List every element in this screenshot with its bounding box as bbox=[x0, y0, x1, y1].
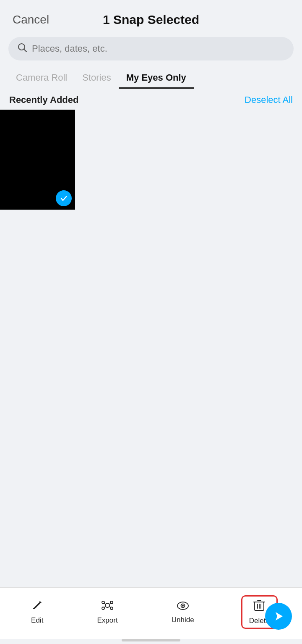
edit-icon bbox=[31, 599, 43, 614]
page-title: 1 Snap Selected bbox=[103, 13, 199, 27]
delete-icon bbox=[253, 599, 265, 615]
svg-marker-19 bbox=[276, 612, 283, 620]
export-button[interactable]: Export bbox=[90, 597, 124, 627]
search-icon bbox=[18, 43, 27, 55]
cancel-button[interactable]: Cancel bbox=[13, 13, 49, 26]
unhide-button[interactable]: Unhide bbox=[165, 598, 201, 627]
bottom-toolbar: Edit Export Unhide bbox=[0, 587, 302, 639]
svg-point-5 bbox=[102, 607, 104, 610]
section-header: Recently Added Deselect All bbox=[0, 89, 302, 110]
thumbnail-item[interactable] bbox=[0, 110, 75, 210]
empty-area bbox=[0, 399, 302, 588]
send-button[interactable] bbox=[265, 603, 292, 630]
svg-line-7 bbox=[104, 603, 106, 605]
search-container bbox=[0, 31, 302, 66]
unhide-label: Unhide bbox=[172, 616, 194, 624]
svg-point-13 bbox=[182, 605, 184, 607]
svg-point-6 bbox=[110, 607, 113, 610]
home-indicator bbox=[122, 639, 180, 641]
media-grid bbox=[0, 110, 302, 399]
export-label: Export bbox=[97, 616, 117, 625]
tab-my-eyes-only[interactable]: My Eyes Only bbox=[119, 68, 194, 89]
svg-point-4 bbox=[110, 601, 113, 604]
svg-line-1 bbox=[24, 49, 26, 52]
export-icon bbox=[101, 599, 114, 614]
unhide-icon bbox=[176, 600, 190, 614]
edit-label: Edit bbox=[31, 616, 43, 625]
svg-line-8 bbox=[109, 603, 111, 605]
search-bar bbox=[8, 37, 294, 60]
svg-point-3 bbox=[102, 601, 104, 604]
header: Cancel 1 Snap Selected bbox=[0, 0, 302, 31]
svg-point-2 bbox=[105, 603, 109, 607]
edit-button[interactable]: Edit bbox=[24, 597, 50, 627]
svg-line-10 bbox=[109, 607, 111, 608]
section-title: Recently Added bbox=[9, 95, 78, 105]
tab-camera-roll[interactable]: Camera Roll bbox=[8, 68, 75, 89]
tab-stories[interactable]: Stories bbox=[75, 68, 118, 89]
selected-badge bbox=[56, 190, 72, 206]
tabs: Camera Roll Stories My Eyes Only bbox=[0, 66, 302, 89]
deselect-all-button[interactable]: Deselect All bbox=[245, 95, 293, 105]
search-input[interactable] bbox=[32, 43, 284, 54]
svg-line-9 bbox=[104, 607, 106, 608]
